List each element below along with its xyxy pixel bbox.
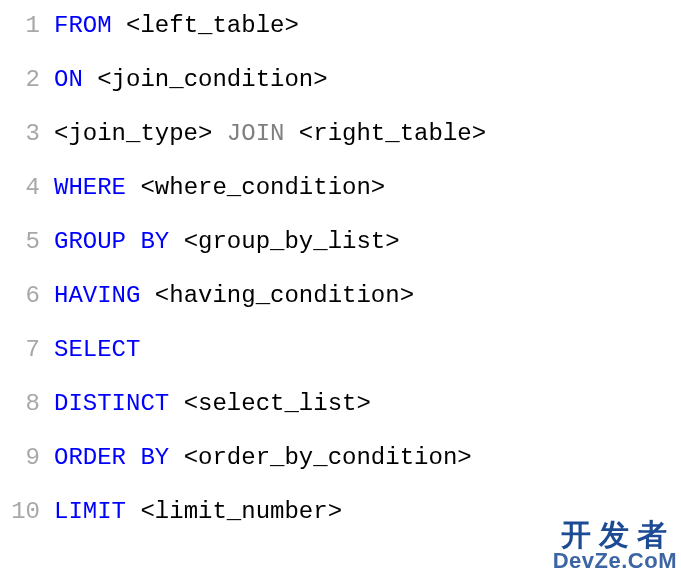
code-content: HAVING <having_condition> — [54, 284, 414, 308]
token-kw: ON — [54, 66, 83, 93]
line-number: 4 — [0, 176, 40, 200]
token-placeholder: <group_by_list> — [184, 228, 400, 255]
token-space — [169, 228, 183, 255]
token-space — [169, 444, 183, 471]
code-line: 1FROM <left_table> — [0, 14, 681, 68]
token-kw: HAVING — [54, 282, 140, 309]
code-line: 5GROUP BY <group_by_list> — [0, 230, 681, 284]
token-space — [83, 66, 97, 93]
line-number: 2 — [0, 68, 40, 92]
line-number: 6 — [0, 284, 40, 308]
token-space — [284, 120, 298, 147]
token-join-kw: JOIN — [227, 120, 285, 147]
line-number: 3 — [0, 122, 40, 146]
code-content: LIMIT <limit_number> — [54, 500, 342, 524]
token-kw: WHERE — [54, 174, 126, 201]
line-number: 1 — [0, 14, 40, 38]
code-content: ON <join_condition> — [54, 68, 328, 92]
token-kw: SELECT — [54, 336, 140, 363]
code-line: 2ON <join_condition> — [0, 68, 681, 122]
code-content: DISTINCT <select_list> — [54, 392, 371, 416]
token-space — [169, 390, 183, 417]
code-content: GROUP BY <group_by_list> — [54, 230, 400, 254]
token-space — [126, 444, 140, 471]
token-kw: ORDER — [54, 444, 126, 471]
token-space — [112, 12, 126, 39]
code-content: FROM <left_table> — [54, 14, 299, 38]
code-content: WHERE <where_condition> — [54, 176, 385, 200]
code-line: 3<join_type> JOIN <right_table> — [0, 122, 681, 176]
code-line: 9ORDER BY <order_by_condition> — [0, 446, 681, 500]
token-placeholder: <left_table> — [126, 12, 299, 39]
line-number: 7 — [0, 338, 40, 362]
token-placeholder: <order_by_condition> — [184, 444, 472, 471]
code-line: 8DISTINCT <select_list> — [0, 392, 681, 446]
code-block: 1FROM <left_table>2ON <join_condition>3<… — [0, 0, 681, 554]
token-placeholder: <join_type> — [54, 120, 212, 147]
token-kw: LIMIT — [54, 498, 126, 525]
token-space — [126, 174, 140, 201]
code-line: 6HAVING <having_condition> — [0, 284, 681, 338]
token-kw: DISTINCT — [54, 390, 169, 417]
line-number: 9 — [0, 446, 40, 470]
token-space — [212, 120, 226, 147]
code-content: <join_type> JOIN <right_table> — [54, 122, 486, 146]
token-kw: FROM — [54, 12, 112, 39]
line-number: 10 — [0, 500, 40, 524]
line-number: 8 — [0, 392, 40, 416]
token-space — [140, 282, 154, 309]
line-number: 5 — [0, 230, 40, 254]
token-placeholder: <limit_number> — [140, 498, 342, 525]
code-line: 7SELECT — [0, 338, 681, 392]
token-placeholder: <having_condition> — [155, 282, 414, 309]
code-line: 4WHERE <where_condition> — [0, 176, 681, 230]
token-placeholder: <select_list> — [184, 390, 371, 417]
token-placeholder: <where_condition> — [140, 174, 385, 201]
token-space — [126, 228, 140, 255]
code-line: 10LIMIT <limit_number> — [0, 500, 681, 554]
token-placeholder: <right_table> — [299, 120, 486, 147]
token-space — [126, 498, 140, 525]
token-placeholder: <join_condition> — [97, 66, 327, 93]
token-kw: GROUP — [54, 228, 126, 255]
token-kw: BY — [140, 444, 169, 471]
code-content: SELECT — [54, 338, 140, 362]
token-kw: BY — [140, 228, 169, 255]
code-content: ORDER BY <order_by_condition> — [54, 446, 472, 470]
